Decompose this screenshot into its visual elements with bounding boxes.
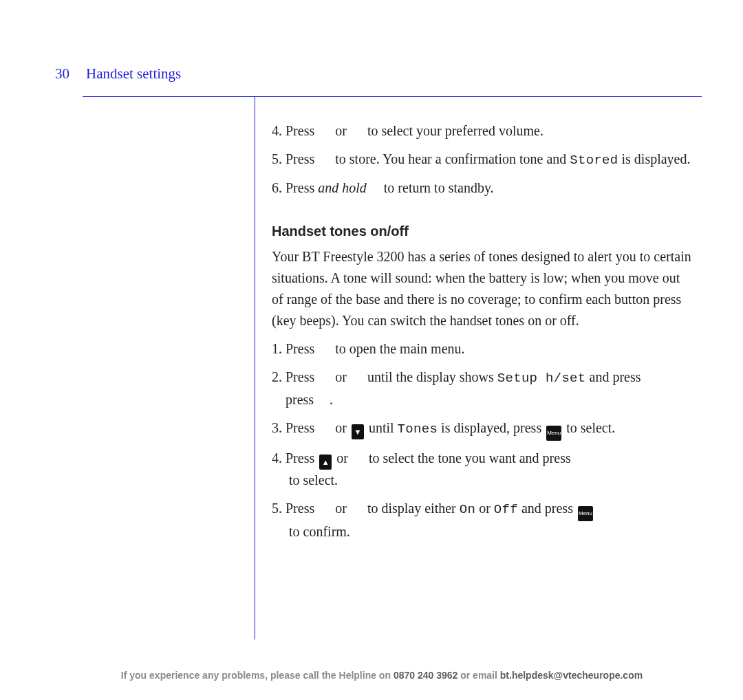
display-text-off: Off [494, 502, 518, 517]
text: to store. You hear a confirmation tone a… [332, 151, 570, 166]
text: until [365, 420, 398, 435]
text: 2. Press [272, 369, 318, 384]
footer-text: or email [457, 670, 499, 681]
text: or [333, 450, 352, 466]
step-4: 4. Press ▲ or to select the tone you wan… [272, 448, 691, 491]
step-2: 2. Press or until the display shows Setu… [272, 367, 691, 410]
page-header: 30 Handset settings [55, 65, 181, 83]
text-italic: and hold [318, 180, 367, 195]
content-column: 4. Press or to select your preferred vol… [272, 120, 691, 549]
footer-text: If you experience any problems, please c… [121, 670, 394, 681]
text: to select your preferred volume. [364, 123, 543, 138]
display-text-tones: Tones [398, 422, 438, 437]
text: 4. Press [272, 123, 318, 138]
up-icon: ▲ [319, 455, 332, 470]
down-icon: ▼ [352, 424, 364, 439]
text: 1. Press [272, 341, 318, 356]
text: to confirm. [286, 524, 350, 539]
text: until the display shows [364, 369, 497, 384]
text: is displayed. [618, 151, 691, 166]
display-text-stored: Stored [570, 153, 618, 168]
step-top-4: 4. Press or to select your preferred vol… [272, 120, 691, 142]
text: or [332, 369, 350, 384]
footer-email: bt.helpdesk@vtecheurope.com [500, 670, 643, 681]
step-top-5: 5. Press to store. You hear a confirmati… [272, 149, 691, 171]
text: or [332, 420, 350, 435]
text: 5. Press [272, 151, 318, 166]
text: or [332, 123, 350, 138]
text: to open the main menu. [332, 341, 464, 356]
text: to select the tone you want and press [365, 450, 574, 466]
section-title: Handset settings [86, 65, 181, 83]
footer: If you experience any problems, please c… [55, 670, 709, 681]
text: 3. Press [272, 420, 318, 435]
text: is displayed, press [438, 420, 545, 435]
subheading-tones: Handset tones on/off [272, 221, 691, 242]
text: or [332, 501, 350, 516]
text: and press [586, 369, 641, 384]
step-5: 5. Press or to display either On or Off … [272, 498, 691, 543]
text: or [475, 501, 494, 516]
text: 6. Press [272, 180, 318, 195]
intro-paragraph: Your BT Freestyle 3200 has a series of t… [272, 246, 691, 331]
vertical-divider [255, 96, 255, 639]
footer-phone: 0870 240 3962 [394, 670, 457, 681]
page-number: 30 [55, 65, 69, 83]
text: to display either [364, 501, 460, 516]
display-text-on: On [460, 502, 475, 517]
text: to select. [286, 472, 338, 488]
text: 4. Press [272, 450, 318, 466]
text: 5. Press [272, 501, 318, 516]
step-3: 3. Press or ▼ until Tones is displayed, … [272, 417, 691, 441]
menu-icon: Menu [578, 506, 593, 521]
menu-icon: Menu [546, 426, 561, 441]
text: to return to standby. [380, 180, 494, 195]
text: to select. [563, 420, 615, 435]
step-top-6: 6. Press and hold to return to standby. [272, 177, 691, 199]
text: . [326, 392, 333, 407]
horizontal-divider [83, 96, 702, 97]
display-text-setup: Setup h/set [497, 371, 586, 386]
text: and press [518, 501, 577, 516]
step-1: 1. Press to open the main menu. [272, 338, 691, 360]
